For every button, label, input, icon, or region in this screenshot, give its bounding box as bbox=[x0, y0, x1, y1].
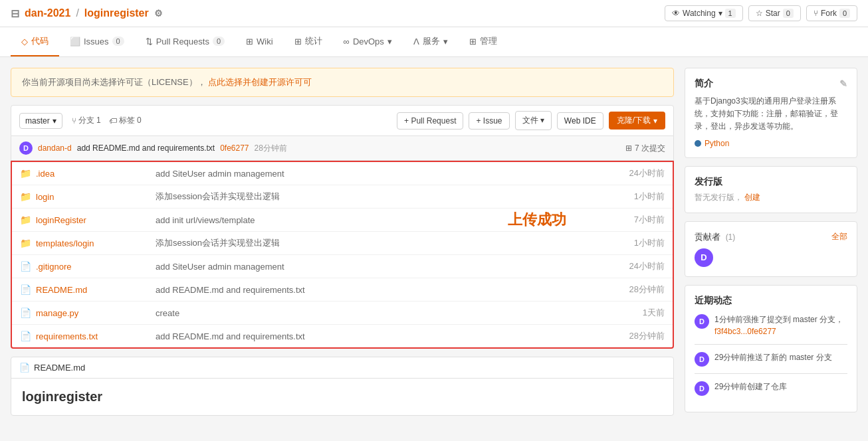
no-release-text: 暂无发行版， bbox=[695, 193, 742, 202]
sidebar-activity: 近期动态 D 1分钟前强推了提交到 master 分支， f3f4bc3...0… bbox=[685, 285, 857, 412]
activity-text-2: 29分钟前推送了新的 master 分支 bbox=[714, 353, 832, 362]
folder-icon: 📁 bbox=[20, 238, 31, 248]
repo-title: ⊟ dan-2021 / loginregister ⚙ bbox=[11, 7, 163, 20]
repo-type-icon: ⊟ bbox=[11, 7, 19, 20]
forks-count[interactable]: ⑂ 分支 1 bbox=[72, 115, 101, 126]
tab-wiki-label: Wiki bbox=[257, 37, 273, 46]
tab-code-label: 代码 bbox=[31, 35, 49, 47]
edit-icon[interactable]: ✎ bbox=[839, 78, 847, 89]
tab-wiki[interactable]: ⊞ Wiki bbox=[235, 29, 284, 56]
watching-label: Watching bbox=[683, 9, 716, 18]
commits-total[interactable]: ⊞ 7 次提交 bbox=[625, 143, 665, 154]
watching-dropdown-icon: ▾ bbox=[718, 9, 722, 18]
repo-owner[interactable]: dan-2021 bbox=[25, 7, 70, 19]
file-name[interactable]: manage.py bbox=[36, 308, 156, 318]
issue-button[interactable]: + Issue bbox=[469, 112, 509, 130]
activity-text: 1分钟前强推了提交到 master 分支， f3f4bc3...0fe6277 bbox=[714, 313, 847, 337]
watching-button[interactable]: 👁 Watching ▾ 1 bbox=[665, 5, 743, 21]
file-commit-msg: 添加session会话并实现登出逻辑 bbox=[156, 191, 634, 203]
manage-icon: ⊞ bbox=[469, 37, 477, 46]
file-commit-msg: add init url/views/template bbox=[156, 215, 634, 225]
web-ide-button[interactable]: Web IDE bbox=[557, 112, 603, 130]
commits-label: 7 次提交 bbox=[635, 143, 665, 154]
activity-avatar: D bbox=[695, 381, 709, 396]
activity-title: 近期动态 bbox=[695, 295, 847, 307]
tab-stats[interactable]: ⊞ 统计 bbox=[284, 27, 333, 56]
activity-item: D 1分钟前强推了提交到 master 分支， f3f4bc3...0fe627… bbox=[695, 313, 847, 337]
star-label: Star bbox=[766, 9, 780, 18]
file-name[interactable]: .idea bbox=[36, 169, 156, 179]
language-tag[interactable]: Python bbox=[695, 139, 847, 148]
watching-count: 1 bbox=[725, 9, 736, 18]
file-row: 📄 requirements.txt add README.md and req… bbox=[12, 325, 673, 347]
folder-icon: 📁 bbox=[20, 168, 31, 179]
file-time: 1天前 bbox=[643, 307, 665, 319]
file-name[interactable]: loginRegister bbox=[36, 215, 156, 225]
release-info: 暂无发行版， 创建 bbox=[695, 192, 847, 203]
activity-avatar: D bbox=[695, 314, 709, 329]
tags-count[interactable]: 🏷 标签 0 bbox=[109, 115, 142, 126]
create-release-link[interactable]: 创建 bbox=[744, 193, 760, 202]
file-name[interactable]: README.md bbox=[36, 285, 156, 295]
eye-icon: 👁 bbox=[672, 9, 680, 18]
tab-services-label: 服务 bbox=[423, 35, 440, 47]
release-title: 发行版 bbox=[695, 176, 847, 188]
devops-dropdown-icon: ▾ bbox=[387, 37, 392, 46]
file-time: 1小时前 bbox=[634, 191, 665, 203]
file-time: 7小时前 bbox=[634, 214, 665, 226]
activity-link-1[interactable]: f3f4bc3...0fe6277 bbox=[714, 327, 776, 336]
tab-manage[interactable]: ⊞ 管理 bbox=[459, 27, 508, 56]
issues-badge: 0 bbox=[112, 37, 124, 46]
star-count: 0 bbox=[783, 9, 794, 18]
file-name[interactable]: templates/login bbox=[36, 238, 156, 248]
tab-devops[interactable]: ∞ DevOps ▾ bbox=[333, 29, 403, 56]
settings-icon[interactable]: ⚙ bbox=[154, 8, 163, 19]
repo-separator: / bbox=[76, 7, 78, 19]
license-create-link[interactable]: 点此选择并创建开源许可可 bbox=[208, 77, 312, 87]
license-notice: 你当前开源项目尚未选择许可证（LICENSE）， 点此选择并创建开源许可可 bbox=[11, 68, 674, 97]
wiki-icon: ⊞ bbox=[246, 37, 253, 46]
commit-message[interactable]: add README.md and requirements.txt bbox=[77, 143, 215, 153]
file-doc-icon: 📄 bbox=[20, 308, 31, 318]
clone-button[interactable]: 克隆/下载 ▾ bbox=[609, 112, 665, 130]
folder-icon: 📁 bbox=[20, 215, 31, 225]
file-time: 1小时前 bbox=[634, 237, 665, 249]
file-name[interactable]: .gitignore bbox=[36, 262, 156, 272]
activity-text-1: 1分钟前强推了提交到 master 分支， bbox=[714, 315, 843, 324]
toolbar-info: ⑂ 分支 1 🏷 标签 0 bbox=[72, 115, 142, 126]
commit-author[interactable]: dandan-d bbox=[38, 143, 72, 153]
file-name[interactable]: requirements.txt bbox=[36, 331, 156, 341]
activity-item: D 29分钟前推送了新的 master 分支 bbox=[695, 351, 847, 367]
repo-toolbar: master ▾ ⑂ 分支 1 🏷 标签 0 + Pull Request + … bbox=[11, 105, 674, 136]
commit-hash[interactable]: 0fe6277 bbox=[220, 143, 249, 153]
branch-selector[interactable]: master ▾ bbox=[19, 113, 62, 129]
file-button[interactable]: 文件 ▾ bbox=[515, 111, 552, 130]
tab-code[interactable]: ◇ 代码 bbox=[11, 27, 59, 56]
fork-icon: ⑂ bbox=[814, 9, 818, 18]
file-commit-msg: add SiteUser admin management bbox=[156, 262, 629, 272]
repo-name[interactable]: loginregister bbox=[84, 7, 149, 19]
intro-title: 简介 ✎ bbox=[695, 78, 847, 90]
file-doc-icon: 📄 bbox=[20, 284, 31, 295]
star-button[interactable]: ☆ Star 0 bbox=[748, 5, 801, 21]
contributor-avatar[interactable]: D bbox=[695, 248, 713, 267]
stats-icon: ⊞ bbox=[294, 37, 302, 46]
file-commit-msg: add SiteUser admin management bbox=[156, 169, 629, 179]
readme-title: README.md bbox=[34, 363, 85, 373]
pull-request-button[interactable]: + Pull Request bbox=[397, 112, 463, 130]
fork-button[interactable]: ⑂ Fork 0 bbox=[806, 5, 857, 21]
file-list: 📁 .idea add SiteUser admin management 24… bbox=[11, 161, 674, 349]
contributors-all-link[interactable]: 全部 bbox=[831, 231, 847, 242]
tab-services[interactable]: ᐱ 服务 ▾ bbox=[403, 27, 459, 56]
fork-branch-icon: ⑂ bbox=[72, 116, 76, 126]
sidebar-contributors: 贡献者 (1) 全部 D bbox=[685, 221, 857, 277]
file-name[interactable]: login bbox=[36, 192, 156, 202]
divider bbox=[695, 344, 847, 345]
readme-icon: 📄 bbox=[19, 363, 30, 373]
file-commit-msg: 添加session会话并实现登出逻辑 bbox=[156, 237, 634, 249]
star-icon: ☆ bbox=[756, 9, 763, 18]
file-dropdown-icon: ▾ bbox=[540, 116, 544, 125]
tab-issues[interactable]: ⬜ Issues 0 bbox=[59, 29, 135, 56]
tab-stats-label: 统计 bbox=[305, 35, 322, 47]
tab-pull-requests[interactable]: ⇅ Pull Requests 0 bbox=[135, 29, 235, 56]
